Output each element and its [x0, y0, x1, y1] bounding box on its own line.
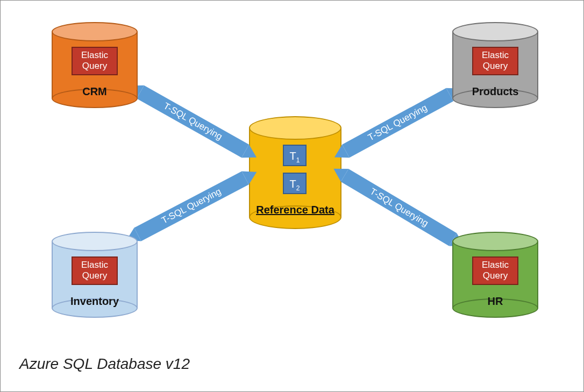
label-crm: CRM — [52, 85, 138, 98]
svg-text:T-SQL Querying: T-SQL Querying — [368, 186, 430, 229]
badge-inventory: Elastic Query — [72, 256, 118, 285]
label-inventory: Inventory — [52, 295, 138, 308]
badge-hr: Elastic Query — [472, 256, 518, 285]
label-hr: HR — [452, 295, 538, 308]
diagram-frame: T1 T2 Reference Data T-SQL Querying T-SQ… — [0, 0, 584, 392]
label-products: Products — [452, 85, 538, 98]
badge-crm: Elastic Query — [72, 47, 118, 75]
arrow-label-se: T-SQL Querying — [368, 186, 430, 229]
badge-products: Elastic Query — [472, 47, 518, 75]
diagram-caption: Azure SQL Database v12 — [19, 355, 190, 373]
